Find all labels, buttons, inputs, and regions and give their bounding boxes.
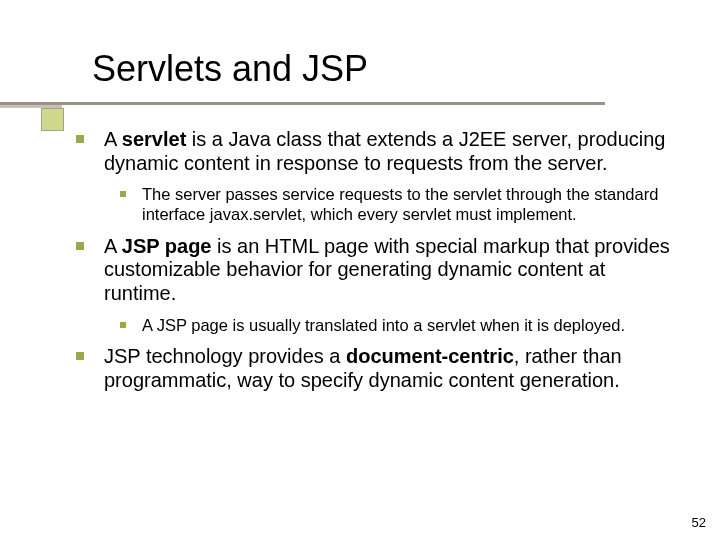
bullet-text-pre: A bbox=[104, 128, 122, 150]
bullet-item: JSP technology provides a document-centr… bbox=[62, 345, 680, 392]
sub-bullet-list: The server passes service requests to th… bbox=[104, 185, 680, 225]
slide-title: Servlets and JSP bbox=[0, 48, 720, 90]
sub-bullet-list: A JSP page is usually translated into a … bbox=[104, 316, 680, 336]
sub-bullet-item: The server passes service requests to th… bbox=[104, 185, 680, 225]
slide-body: A servlet is a Java class that extends a… bbox=[62, 128, 680, 403]
page-number: 52 bbox=[692, 515, 706, 530]
sub-bullet-text: The server passes service requests to th… bbox=[142, 185, 658, 223]
sub-bullet-text: A JSP page is usually translated into a … bbox=[142, 316, 625, 334]
bullet-term: document-centric bbox=[346, 345, 514, 367]
bullet-term: servlet bbox=[122, 128, 187, 150]
slide: Servlets and JSP A servlet is a Java cla… bbox=[0, 0, 720, 540]
title-area: Servlets and JSP bbox=[0, 0, 720, 90]
sub-bullet-item: A JSP page is usually translated into a … bbox=[104, 316, 680, 336]
rule-long bbox=[0, 102, 605, 105]
bullet-text-post: is a Java class that extends a J2EE serv… bbox=[104, 128, 665, 174]
bullet-item: A JSP page is an HTML page with special … bbox=[62, 235, 680, 336]
bullet-term: JSP page bbox=[122, 235, 212, 257]
bullet-item: A servlet is a Java class that extends a… bbox=[62, 128, 680, 225]
bullet-text-pre: A bbox=[104, 235, 122, 257]
bullet-list: A servlet is a Java class that extends a… bbox=[62, 128, 680, 393]
bullet-text-pre: JSP technology provides a bbox=[104, 345, 346, 367]
accent-box bbox=[41, 108, 64, 131]
